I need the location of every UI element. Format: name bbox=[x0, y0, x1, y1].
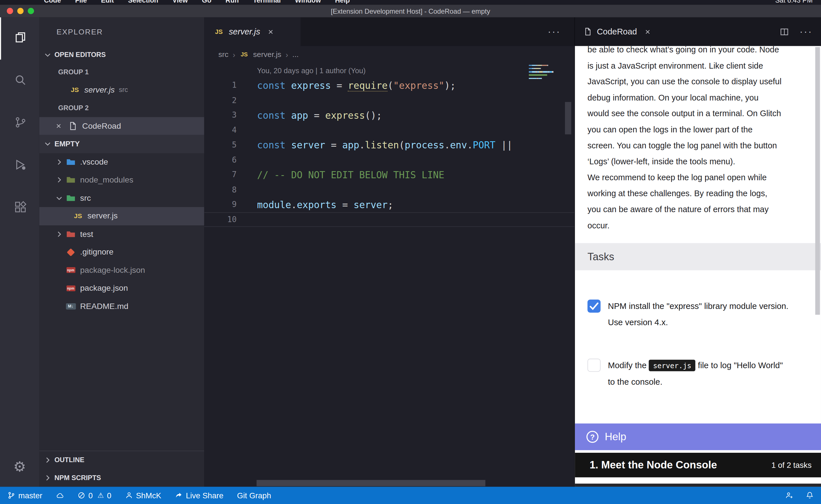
status-notifications[interactable] bbox=[806, 491, 814, 499]
breadcrumb-server-js[interactable]: server.js bbox=[253, 50, 281, 58]
open-editor-server-js[interactable]: JSserver.jssrc bbox=[39, 81, 204, 99]
tab-label: server.js bbox=[229, 27, 260, 36]
line-number: 5 bbox=[204, 140, 237, 150]
status-git-graph[interactable]: Git Graph bbox=[237, 491, 271, 500]
close-icon[interactable] bbox=[267, 28, 274, 35]
line-number: 6 bbox=[204, 155, 237, 165]
status-warnings[interactable]: ⚠0 bbox=[97, 491, 111, 500]
tree-folder-test[interactable]: test bbox=[39, 225, 204, 243]
task-checkbox[interactable] bbox=[587, 300, 600, 313]
menu-edit[interactable]: Edit bbox=[101, 0, 114, 4]
tree-item-label: src bbox=[80, 193, 91, 203]
menu-view[interactable]: View bbox=[172, 0, 188, 4]
lesson-text-line: ‘Logs’ (lower-left, inside the tools men… bbox=[587, 154, 821, 170]
status-account[interactable]: ShMcK bbox=[125, 491, 161, 500]
share-icon bbox=[175, 491, 183, 499]
activity-source-control[interactable] bbox=[0, 102, 39, 144]
task-text: NPM install the "express" library module… bbox=[608, 298, 789, 331]
breadcrumb-src[interactable]: src bbox=[219, 50, 229, 58]
tree-file--gitignore[interactable]: .gitignore bbox=[39, 243, 204, 261]
breadcrumb-more[interactable]: ... bbox=[293, 50, 299, 58]
menu-help[interactable]: Help bbox=[335, 0, 350, 4]
lesson-progress-bar[interactable]: 1. Meet the Node Console 1 of 2 tasks bbox=[575, 453, 821, 477]
code-line-9[interactable]: 9module.exports = server; bbox=[204, 197, 574, 212]
menu-file[interactable]: File bbox=[75, 0, 87, 4]
task-checkbox[interactable] bbox=[587, 359, 600, 372]
window-title-bar[interactable]: [Extension Development Host] - CodeRoad … bbox=[0, 5, 821, 17]
menu-selection[interactable]: Selection bbox=[128, 0, 158, 4]
open-editor-coderoad[interactable]: CodeRoad bbox=[39, 117, 204, 135]
status-errors[interactable]: 0 bbox=[77, 491, 93, 500]
status-live-share[interactable]: Live Share bbox=[175, 491, 223, 500]
help-bar[interactable]: ? Help bbox=[575, 423, 821, 450]
zoom-window-button[interactable] bbox=[28, 8, 34, 14]
tree-file-server-js[interactable]: JSserver.js bbox=[39, 207, 204, 225]
status-bar: master0⚠0ShMcKLive ShareGit Graph bbox=[0, 487, 821, 504]
chevron-down-icon bbox=[55, 194, 66, 202]
activity-explorer[interactable] bbox=[0, 17, 39, 60]
section-npm-scripts[interactable]: NPM SCRIPTS bbox=[39, 469, 204, 487]
webview-scrollbar[interactable] bbox=[815, 47, 820, 315]
status-label: master bbox=[18, 491, 42, 500]
line-number: 2 bbox=[204, 96, 237, 105]
branch-icon bbox=[7, 491, 15, 499]
tree-file-package-json[interactable]: npmpackage.json bbox=[39, 279, 204, 297]
tab-coderoad[interactable]: CodeRoad bbox=[583, 27, 651, 36]
git-blame-annotation: You, 20 days ago | 1 author (You) bbox=[204, 63, 574, 78]
editor-tab-bar: JS server.js ··· bbox=[204, 17, 574, 46]
menu-window[interactable]: Window bbox=[295, 0, 321, 4]
code-line-5[interactable]: 5const server = app.listen(process.env.P… bbox=[204, 138, 574, 152]
close-icon[interactable] bbox=[55, 122, 64, 130]
extensions-icon bbox=[13, 200, 27, 216]
minimap[interactable] bbox=[529, 65, 556, 81]
tree-folder--vscode[interactable]: .vscode bbox=[39, 153, 204, 171]
tree-item-label: package.json bbox=[80, 284, 128, 293]
status-invite[interactable] bbox=[785, 491, 793, 499]
section-workspace[interactable]: EMPTY bbox=[39, 135, 204, 153]
coderoad-tab-bar: CodeRoad ··· bbox=[575, 17, 821, 46]
activity-search[interactable] bbox=[0, 60, 39, 102]
menu-code[interactable]: Code bbox=[44, 0, 61, 4]
section-open-editors[interactable]: OPEN EDITORS bbox=[39, 46, 204, 63]
more-actions-icon[interactable]: ··· bbox=[548, 17, 574, 46]
line-number: 7 bbox=[204, 170, 237, 179]
menu-run[interactable]: Run bbox=[226, 0, 239, 4]
activity-run-debug[interactable] bbox=[0, 144, 39, 187]
npm-icon: npm bbox=[66, 285, 76, 291]
line-number: 10 bbox=[204, 215, 237, 224]
status-label: 0 bbox=[88, 491, 93, 500]
close-window-button[interactable] bbox=[7, 8, 13, 14]
tree-file-package-lock-json[interactable]: npmpackage-lock.json bbox=[39, 261, 204, 279]
close-icon[interactable] bbox=[644, 28, 651, 35]
code-line-6[interactable]: 6 bbox=[204, 152, 574, 167]
code-line-7[interactable]: 7// -- DO NOT EDIT BELOW THIS LINE bbox=[204, 167, 574, 182]
menu-terminal[interactable]: Terminal bbox=[253, 0, 281, 4]
split-editor-icon[interactable] bbox=[780, 27, 789, 36]
code-editor[interactable]: You, 20 days ago | 1 author (You) 1const… bbox=[204, 63, 574, 487]
tree-folder-node-modules[interactable]: node_modules bbox=[39, 171, 204, 189]
section-outline[interactable]: OUTLINE bbox=[39, 451, 204, 469]
more-actions-icon[interactable]: ··· bbox=[800, 26, 813, 37]
status-publish[interactable] bbox=[56, 491, 64, 499]
editor-vertical-scrollbar[interactable] bbox=[565, 102, 571, 134]
lesson-text-line: working at these challenges. By reading … bbox=[587, 186, 821, 202]
js-icon: JS bbox=[214, 28, 224, 35]
activity-settings[interactable]: ⚙ bbox=[0, 447, 39, 487]
tree-file-readme-md[interactable]: M↓README.md bbox=[39, 297, 204, 315]
code-line-8[interactable]: 8 bbox=[204, 182, 574, 197]
breadcrumb[interactable]: src › JS server.js › ... bbox=[204, 46, 574, 63]
status-git-branch[interactable]: master bbox=[7, 491, 42, 500]
code-line-1[interactable]: 1const express = require("express"); bbox=[204, 78, 574, 93]
activity-extensions[interactable] bbox=[0, 187, 39, 229]
menu-go[interactable]: Go bbox=[202, 0, 211, 4]
minimize-window-button[interactable] bbox=[17, 8, 24, 14]
tree-folder-src[interactable]: src bbox=[39, 189, 204, 207]
code-line-3[interactable]: 3const app = express(); bbox=[204, 108, 574, 122]
code-line-10[interactable]: 10 bbox=[204, 212, 574, 227]
person-add-icon bbox=[785, 491, 793, 499]
tab-server-js[interactable]: JS server.js bbox=[204, 17, 301, 46]
editor-horizontal-scrollbar[interactable] bbox=[257, 480, 485, 486]
open-editors-group-label: GROUP 2 bbox=[39, 99, 204, 117]
code-line-4[interactable]: 4 bbox=[204, 123, 574, 138]
code-line-2[interactable]: 2 bbox=[204, 93, 574, 108]
